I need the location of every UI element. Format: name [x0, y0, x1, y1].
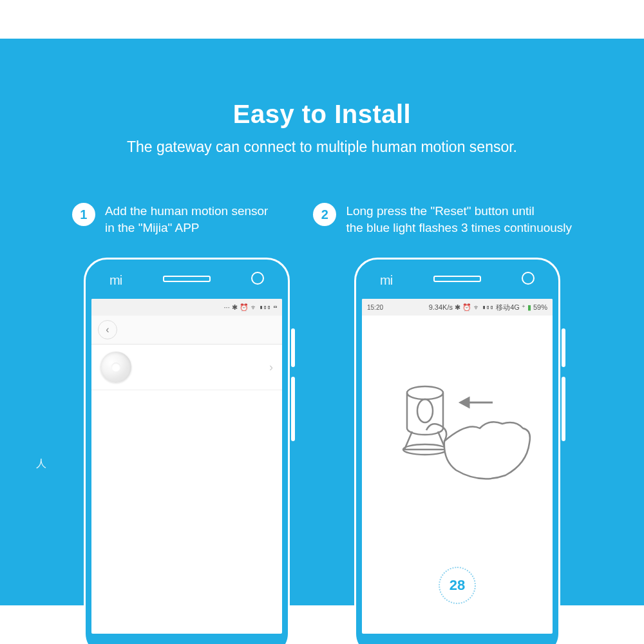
- hero-panel: Easy to Install The gateway can connect …: [0, 39, 644, 605]
- device-list-item[interactable]: ›: [91, 345, 282, 390]
- pairing-screen: 28: [362, 335, 553, 604]
- svg-point-0: [407, 386, 443, 399]
- mi-logo-icon: mi: [109, 273, 122, 288]
- countdown-timer: 28: [439, 567, 476, 604]
- phone-side-button-1: [562, 328, 565, 367]
- phone-front-camera-icon: [251, 272, 264, 285]
- status-icons: ✱ ⏰ ᯤ ▮▯▯ 移动4G ⁺: [455, 304, 526, 311]
- mi-logo-icon: mi: [380, 273, 392, 288]
- hero-title: Easy to Install: [0, 100, 644, 129]
- status-battery-pct: 59%: [533, 304, 547, 311]
- hero-subtitle: The gateway can connect to multiple huma…: [0, 138, 644, 156]
- step-2-text: Long press the "Reset" button until the …: [346, 203, 572, 236]
- status-bar: ··· ✱ ⏰ ᯤ ▮▯▯ ▭: [91, 299, 282, 316]
- phone-speaker-icon: [433, 276, 481, 282]
- phone-side-button-2: [291, 377, 295, 441]
- motion-sensor-thumb-icon: [100, 352, 131, 383]
- press-reset-illustration-icon: [362, 335, 553, 528]
- status-time: 15:20: [367, 304, 383, 311]
- phone-side-button-2: [562, 377, 565, 441]
- chevron-right-icon: ›: [269, 361, 273, 374]
- phone-speaker-icon: [163, 276, 211, 282]
- step-1-badge: 1: [72, 203, 95, 226]
- phones-row: mi ··· ✱ ⏰ ᯤ ▮▯▯ ▭ ‹: [0, 258, 644, 644]
- phone-2-screen: 15:20 9.34K/s ✱ ⏰ ᯤ ▮▯▯ 移动4G ⁺ ▮ 59%: [362, 299, 553, 634]
- phone-front-camera-icon: [522, 272, 535, 285]
- back-button[interactable]: ‹: [98, 320, 117, 339]
- phone-mockup-2: mi 15:20 9.34K/s ✱ ⏰ ᯤ ▮▯▯ 移动4G ⁺ ▮ 59%: [354, 258, 560, 644]
- phone-mockup-1: mi ··· ✱ ⏰ ᯤ ▮▯▯ ▭ ‹: [84, 258, 290, 644]
- phone-side-button-1: [291, 328, 295, 367]
- cropped-edge-text: 人: [36, 457, 46, 471]
- app-navbar: ‹: [91, 316, 282, 345]
- step-1-text: Add the human motion sensor in the "Miji…: [105, 203, 269, 236]
- status-net: 9.34K/s: [429, 304, 453, 311]
- battery-icon: ▮: [527, 304, 531, 311]
- status-bar: 15:20 9.34K/s ✱ ⏰ ᯤ ▮▯▯ 移动4G ⁺ ▮ 59%: [362, 299, 553, 316]
- step-2-badge: 2: [313, 203, 336, 226]
- step-2: 2 Long press the "Reset" button until th…: [313, 203, 572, 236]
- chevron-left-icon: ‹: [106, 324, 109, 336]
- svg-marker-4: [460, 398, 469, 407]
- status-icons: ··· ✱ ⏰ ᯤ ▮▯▯ ▭: [224, 304, 277, 311]
- svg-point-1: [417, 399, 433, 422]
- step-1: 1 Add the human motion sensor in the "Mi…: [72, 203, 269, 236]
- steps-row: 1 Add the human motion sensor in the "Mi…: [0, 203, 644, 236]
- status-right: 9.34K/s ✱ ⏰ ᯤ ▮▯▯ 移动4G ⁺ ▮ 59%: [429, 304, 547, 311]
- phone-1-screen: ··· ✱ ⏰ ᯤ ▮▯▯ ▭ ‹ ›: [91, 299, 282, 634]
- status-right: ··· ✱ ⏰ ᯤ ▮▯▯ ▭: [224, 304, 277, 311]
